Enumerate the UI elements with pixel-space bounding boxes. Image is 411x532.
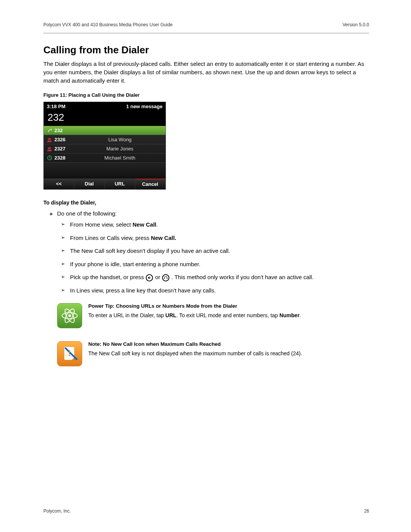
- to-display-dialer-heading: To display the Dialer,: [43, 200, 369, 206]
- footer-page-number: 26: [364, 508, 369, 514]
- step-item: From Home view, select New Call.: [70, 220, 369, 229]
- phone-time: 3:18 PM: [47, 104, 65, 109]
- softkey-dial[interactable]: Dial: [74, 179, 105, 189]
- header-right: Version 5.0.0: [342, 22, 369, 27]
- list-item-number: 2327: [54, 146, 76, 152]
- svg-point-3: [49, 147, 51, 149]
- softkey-url[interactable]: URL: [105, 179, 135, 189]
- page-footer: Polycom, Inc. 26: [43, 508, 369, 514]
- page-header: Polycom VVX 400 and 410 Business Media P…: [43, 22, 369, 34]
- step-item: In Lines view, press a line key that doe…: [70, 286, 369, 295]
- figure-caption: Figure 11: Placing a Call Using the Dial…: [43, 92, 369, 98]
- list-item-name: Michael Smith: [76, 155, 163, 161]
- intro-paragraph: The Dialer displays a list of previously…: [43, 60, 369, 85]
- note-title: Note: No New Call Icon when Maximum Call…: [88, 341, 302, 347]
- footer-left: Polycom, Inc.: [43, 508, 71, 514]
- svg-rect-6: [167, 278, 167, 279]
- list-item[interactable]: 2327 Marie Jones: [44, 144, 166, 153]
- list-item[interactable]: 2326 Lisa Wong: [44, 135, 166, 144]
- svg-rect-5: [164, 278, 165, 279]
- tip-body: To enter a URL in the Dialer, tap URL. T…: [88, 312, 301, 320]
- svg-point-2: [48, 147, 50, 149]
- clock-icon: [46, 155, 53, 160]
- placed-call-icon: [46, 128, 53, 133]
- softkey-back[interactable]: <<: [44, 179, 74, 189]
- phone-screenshot: 3:18 PM 1 new message 232 232 2326 Lisa …: [43, 102, 166, 190]
- section-title: Calling from the Dialer: [43, 44, 369, 56]
- dialed-number: 232: [44, 110, 166, 126]
- contact-icon: [46, 147, 53, 151]
- list-item-number: 2328: [54, 155, 76, 161]
- svg-point-0: [48, 138, 50, 140]
- note-document-icon: !: [57, 341, 82, 366]
- dialer-suggestion-list: 232 2326 Lisa Wong 2327 Marie Jones: [44, 126, 166, 163]
- power-tip-callout: Power Tip: Choosing URLs or Numbers Mode…: [43, 303, 369, 328]
- step-item: Pick up the handset, or press or . This …: [70, 273, 369, 282]
- list-item-name: Marie Jones: [76, 146, 163, 152]
- list-item-number: 232: [54, 128, 76, 133]
- header-left: Polycom VVX 400 and 410 Business Media P…: [43, 22, 173, 27]
- headset-icon: [162, 274, 169, 281]
- contact-icon: [46, 137, 53, 142]
- atom-icon: [57, 303, 82, 328]
- step-item: From Lines or Calls view, press New Call…: [70, 234, 369, 243]
- svg-point-10: [68, 315, 71, 317]
- tip-title: Power Tip: Choosing URLs or Numbers Mode…: [88, 303, 301, 309]
- note-callout: ! Note: No New Call Icon when Maximum Ca…: [43, 341, 369, 366]
- bullet-top: Do one of the following:: [57, 210, 369, 217]
- svg-point-12: [76, 358, 78, 360]
- list-item-name: Lisa Wong: [76, 137, 163, 142]
- list-item[interactable]: 2328 Michael Smith: [44, 153, 166, 163]
- list-item-number: 2326: [54, 137, 76, 142]
- steps-list: From Home view, select New Call. From Li…: [43, 220, 369, 295]
- note-body: The New Call soft key is not displayed w…: [88, 350, 302, 358]
- list-item[interactable]: 232: [44, 126, 166, 135]
- softkey-cancel[interactable]: Cancel: [135, 179, 166, 189]
- step-item: If your phone is idle, start entering a …: [70, 260, 369, 269]
- svg-text:!: !: [68, 348, 71, 358]
- speaker-icon: [146, 274, 153, 281]
- phone-status-right: 1 new message: [126, 104, 162, 109]
- empty-area: [44, 163, 166, 179]
- step-item: The New Call soft key doesn't display if…: [70, 247, 369, 256]
- softkey-bar: << Dial URL Cancel: [44, 179, 166, 189]
- svg-point-1: [49, 138, 51, 140]
